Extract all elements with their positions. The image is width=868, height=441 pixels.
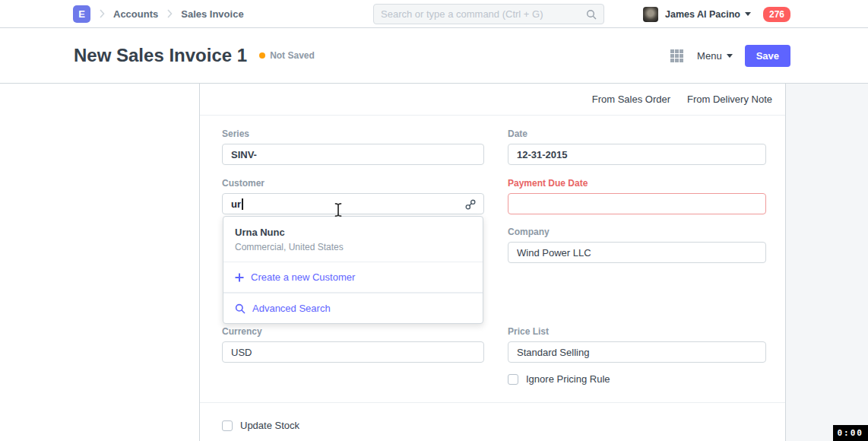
navbar: E Accounts Sales Invoice James Al Pacino… [0, 0, 868, 28]
company-input[interactable] [508, 242, 766, 263]
page-head: New Sales Invoice 1 Not Saved Menu Save [0, 28, 868, 84]
update-stock-checkbox-row[interactable]: Update Stock [222, 420, 484, 431]
global-search[interactable] [373, 4, 604, 24]
chevron-down-icon [727, 54, 733, 58]
from-sales-order-button[interactable]: From Sales Order [592, 94, 670, 105]
price-list-label: Price List [508, 326, 766, 337]
advanced-search-option[interactable]: Advanced Search [223, 293, 483, 323]
chevron-right-icon [99, 9, 105, 18]
ignore-pricing-rule-label: Ignore Pricing Rule [526, 373, 610, 385]
breadcrumb-sales-invoice[interactable]: Sales Invoice [181, 8, 243, 20]
customer-label: Customer [222, 178, 484, 189]
background-strip [786, 84, 868, 441]
customer-typed-text: ur [231, 198, 241, 210]
form-links-row: From Sales Order From Delivery Note [200, 84, 785, 116]
checkbox-icon[interactable] [508, 374, 518, 385]
currency-label: Currency [222, 326, 484, 337]
plus-icon [235, 273, 244, 282]
notification-badge[interactable]: 276 [763, 7, 790, 22]
chevron-right-icon [166, 9, 173, 18]
user-menu[interactable]: James Al Pacino [665, 9, 740, 20]
customer-input[interactable]: ur Urna Nunc Commercial, United States [222, 193, 484, 214]
series-input[interactable] [222, 144, 484, 165]
section-divider [200, 402, 785, 403]
update-stock-label: Update Stock [240, 420, 299, 431]
recording-timer-overlay: 0:00 [833, 425, 868, 441]
autocomplete-result-urna-nunc[interactable]: Urna Nunc Commercial, United States [223, 217, 483, 262]
payment-due-date-input[interactable] [508, 193, 766, 214]
breadcrumb-accounts[interactable]: Accounts [113, 8, 158, 20]
chevron-down-icon [745, 12, 751, 16]
checkbox-icon[interactable] [222, 420, 233, 431]
app-logo[interactable]: E [73, 5, 90, 23]
customer-autocomplete-dropdown: Urna Nunc Commercial, United States Crea… [223, 216, 483, 324]
not-saved-dot-icon [259, 52, 265, 59]
status-indicator: Not Saved [270, 50, 315, 61]
date-label: Date [508, 128, 766, 139]
menu-button[interactable]: Menu [697, 50, 733, 62]
app-window: E Accounts Sales Invoice James Al Pacino… [0, 0, 868, 441]
page-title: New Sales Invoice 1 [74, 45, 247, 66]
company-label: Company [508, 227, 766, 237]
user-avatar[interactable] [643, 7, 658, 22]
form-card: From Sales Order From Delivery Note Seri… [199, 84, 786, 441]
link-icon[interactable] [464, 198, 477, 214]
save-button[interactable]: Save [745, 45, 790, 67]
from-delivery-note-button[interactable]: From Delivery Note [687, 94, 772, 105]
text-caret [242, 198, 243, 210]
series-label: Series [222, 128, 484, 139]
date-input[interactable] [508, 144, 766, 165]
search-input[interactable] [381, 8, 586, 20]
search-icon [235, 303, 246, 314]
currency-input[interactable] [222, 341, 484, 363]
price-list-input[interactable] [508, 341, 766, 363]
result-subtitle: Commercial, United States [235, 242, 471, 252]
form-body: From Sales Order From Delivery Note Seri… [0, 84, 868, 441]
ignore-pricing-rule-checkbox-row[interactable]: Ignore Pricing Rule [508, 373, 766, 385]
payment-due-date-label: Payment Due Date [508, 178, 766, 189]
create-new-customer-option[interactable]: Create a new Customer [223, 262, 483, 293]
grid-view-icon[interactable] [670, 49, 683, 62]
result-title: Urna Nunc [235, 227, 471, 238]
search-icon[interactable] [586, 9, 597, 20]
